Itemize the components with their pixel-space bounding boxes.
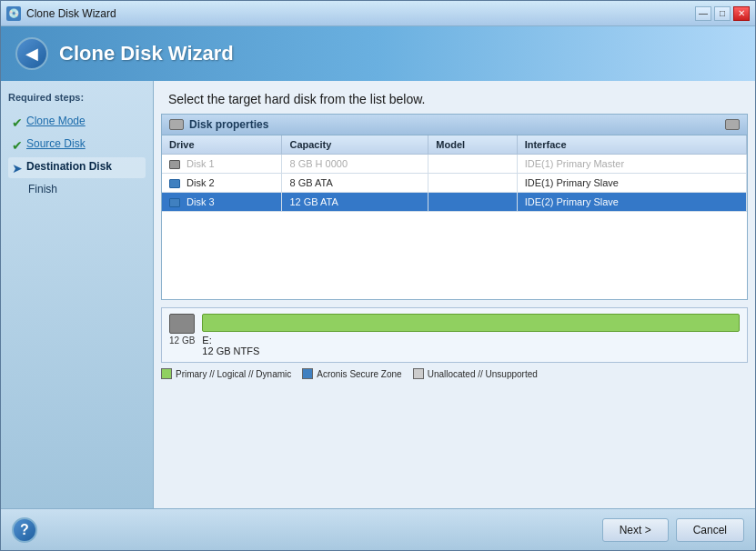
cancel-button[interactable]: Cancel — [676, 518, 744, 542]
disk-table-scroll[interactable]: Drive Capacity Model Interface Disk 1 — [162, 135, 747, 299]
legend-label-unallocated: Unallocated // Unsupported — [428, 369, 538, 379]
sidebar-item-finish: Finish — [8, 180, 146, 198]
partition-bar-container: E: 12 GB NTFS — [202, 314, 740, 356]
titlebar-buttons: — □ ✕ — [695, 6, 750, 21]
disk-table: Drive Capacity Model Interface Disk 1 — [162, 135, 747, 212]
disk1-interface: IDE(1) Primary Master — [517, 155, 746, 174]
disk-properties-label: Disk properties — [189, 118, 268, 131]
check-icon-clone-mode: ✔ — [12, 115, 23, 130]
disk2-icon — [169, 179, 180, 188]
main-window: 💿 Clone Disk Wizard — □ ✕ ◀ Clone Disk W… — [0, 0, 756, 551]
titlebar-title: Clone Disk Wizard — [26, 7, 695, 20]
disk-size-label: 12 GB — [169, 336, 195, 346]
footer: ? Next > Cancel — [1, 508, 755, 550]
disk-header-icon-right — [725, 119, 740, 130]
legend-item-acronis: Acronis Secure Zone — [302, 368, 401, 379]
partition-bar — [202, 314, 740, 332]
legend-label-primary: Primary // Logical // Dynamic — [176, 369, 291, 379]
arrow-icon-destination: ➤ — [12, 161, 23, 175]
content-area: Required steps: ✔ Clone Mode ✔ Source Di… — [1, 81, 755, 508]
sidebar-item-destination-disk: ➤ Destination Disk — [8, 157, 146, 178]
disk2-drive: Disk 2 — [162, 174, 282, 193]
disk3-interface: IDE(2) Primary Slave — [517, 193, 746, 212]
col-model: Model — [428, 135, 517, 155]
legend: Primary // Logical // Dynamic Acronis Se… — [161, 368, 748, 379]
col-interface: Interface — [517, 135, 746, 155]
instruction-text: Select the target hard disk from the lis… — [154, 81, 755, 114]
disk1-model — [428, 155, 517, 174]
disk-properties-container: Disk properties Drive Capacity Model Int… — [161, 114, 748, 300]
sidebar-label-destination-disk: Destination Disk — [26, 160, 112, 173]
back-button[interactable]: ◀ — [15, 37, 48, 70]
disk3-capacity: 12 GB ATA — [282, 193, 428, 212]
back-icon: ◀ — [25, 44, 38, 64]
disk1-capacity: 8 GB H 0000 — [282, 155, 428, 174]
minimize-button[interactable]: — — [695, 6, 711, 21]
disk1-drive: Disk 1 — [162, 155, 282, 174]
disk2-interface: IDE(1) Primary Slave — [517, 174, 746, 193]
partition-detail: 12 GB NTFS — [202, 346, 259, 356]
disk2-capacity: 8 GB ATA — [282, 174, 428, 193]
help-button[interactable]: ? — [12, 517, 37, 543]
partition-drive-letter: E: — [202, 335, 211, 346]
disk-properties-title: Disk properties — [169, 118, 268, 131]
disk3-icon — [169, 198, 180, 207]
disk1-icon — [169, 160, 180, 169]
disk-detail-panel: 12 GB E: 12 GB NTFS — [161, 307, 748, 363]
sidebar-label-finish: Finish — [28, 183, 57, 195]
app-icon: 💿 — [6, 6, 21, 21]
legend-item-unallocated: Unallocated // Unsupported — [413, 368, 538, 379]
col-drive: Drive — [162, 135, 282, 155]
col-capacity: Capacity — [282, 135, 428, 155]
titlebar: 💿 Clone Disk Wizard — □ ✕ — [1, 1, 755, 26]
partition-label: E: 12 GB NTFS — [202, 335, 740, 356]
disk-row-3[interactable]: Disk 3 12 GB ATA IDE(2) Primary Slave — [162, 193, 747, 212]
disk-row-2[interactable]: Disk 2 8 GB ATA IDE(1) Primary Slave — [162, 174, 747, 193]
disk-thumbnail: 12 GB — [169, 314, 195, 346]
disk3-drive: Disk 3 — [162, 193, 282, 212]
legend-box-unallocated — [413, 368, 424, 379]
footer-right: Next > Cancel — [602, 518, 744, 542]
sidebar-heading: Required steps: — [8, 92, 146, 103]
close-button[interactable]: ✕ — [733, 6, 750, 21]
legend-box-acronis — [302, 368, 313, 379]
legend-item-primary: Primary // Logical // Dynamic — [161, 368, 291, 379]
disk-row-1[interactable]: Disk 1 8 GB H 0000 IDE(1) Primary Master — [162, 155, 747, 174]
check-icon-source-disk: ✔ — [12, 138, 23, 153]
help-icon: ? — [20, 522, 29, 538]
sidebar-item-clone-mode[interactable]: ✔ Clone Mode — [8, 112, 146, 133]
footer-left: ? — [12, 517, 37, 543]
disk-properties-header: Disk properties — [162, 115, 747, 135]
sidebar-label-clone-mode[interactable]: Clone Mode — [26, 115, 86, 127]
header: ◀ Clone Disk Wizard — [1, 26, 755, 81]
legend-label-acronis: Acronis Secure Zone — [317, 369, 401, 379]
disk3-model — [428, 193, 517, 212]
disk2-model — [428, 174, 517, 193]
sidebar-item-source-disk[interactable]: ✔ Source Disk — [8, 135, 146, 155]
wizard-title: Clone Disk Wizard — [59, 42, 234, 65]
disk-thumb-icon — [169, 314, 195, 334]
sidebar-label-source-disk[interactable]: Source Disk — [26, 137, 86, 150]
sidebar: Required steps: ✔ Clone Mode ✔ Source Di… — [1, 81, 154, 508]
right-panel: Select the target hard disk from the lis… — [154, 81, 755, 508]
maximize-button[interactable]: □ — [714, 6, 731, 21]
next-button[interactable]: Next > — [602, 518, 669, 542]
table-header-row: Drive Capacity Model Interface — [162, 135, 747, 155]
disk-header-icon — [169, 119, 184, 130]
legend-box-primary — [161, 368, 172, 379]
